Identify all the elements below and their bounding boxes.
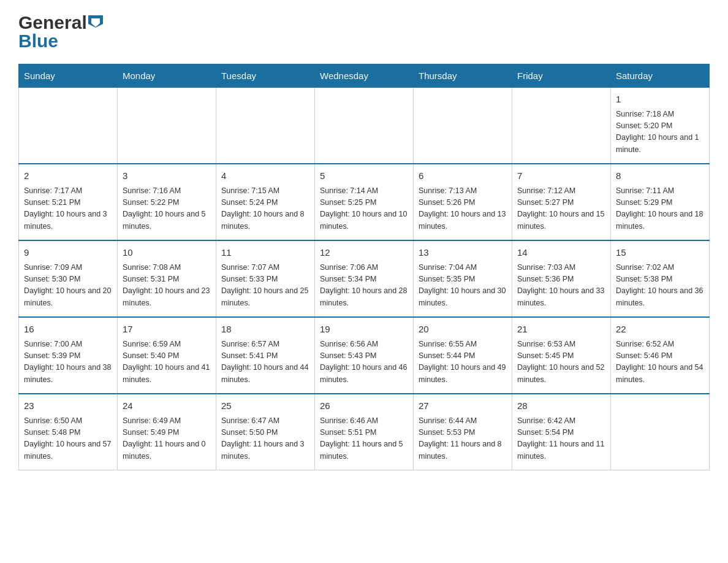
calendar-week-4: 16Sunrise: 7:00 AMSunset: 5:39 PMDayligh… [19, 317, 710, 394]
day-info: Sunrise: 6:57 AMSunset: 5:41 PMDaylight:… [221, 339, 309, 386]
day-info: Sunrise: 6:56 AMSunset: 5:43 PMDaylight:… [320, 339, 408, 386]
calendar-cell: 9Sunrise: 7:09 AMSunset: 5:30 PMDaylight… [19, 240, 118, 317]
calendar-cell: 14Sunrise: 7:03 AMSunset: 5:36 PMDayligh… [512, 240, 611, 317]
day-number: 4 [221, 169, 309, 183]
day-number: 15 [616, 246, 704, 260]
calendar-cell: 21Sunrise: 6:53 AMSunset: 5:45 PMDayligh… [512, 317, 611, 394]
calendar-cell: 10Sunrise: 7:08 AMSunset: 5:31 PMDayligh… [118, 240, 216, 317]
day-header-sunday: Sunday [19, 64, 118, 88]
logo-general-text: General [18, 12, 87, 33]
calendar-cell [216, 88, 315, 164]
day-number: 13 [419, 246, 507, 260]
day-header-tuesday: Tuesday [216, 64, 315, 88]
calendar-cell [512, 88, 611, 164]
calendar-cell: 7Sunrise: 7:12 AMSunset: 5:27 PMDaylight… [512, 164, 611, 240]
calendar-week-3: 9Sunrise: 7:09 AMSunset: 5:30 PMDaylight… [19, 240, 710, 317]
day-number: 7 [517, 169, 605, 183]
calendar-header-row: SundayMondayTuesdayWednesdayThursdayFrid… [19, 64, 710, 88]
calendar-week-1: 1Sunrise: 7:18 AMSunset: 5:20 PMDaylight… [19, 88, 710, 164]
calendar-cell: 17Sunrise: 6:59 AMSunset: 5:40 PMDayligh… [118, 317, 216, 394]
calendar-cell [118, 88, 216, 164]
day-number: 1 [616, 93, 704, 107]
day-info: Sunrise: 7:17 AMSunset: 5:21 PMDaylight:… [24, 185, 112, 233]
day-header-saturday: Saturday [611, 64, 710, 88]
day-info: Sunrise: 6:52 AMSunset: 5:46 PMDaylight:… [616, 339, 704, 386]
calendar-cell [611, 394, 710, 470]
calendar-cell: 4Sunrise: 7:15 AMSunset: 5:24 PMDaylight… [216, 164, 315, 240]
logo: General Blue [18, 12, 103, 52]
day-number: 12 [320, 246, 408, 260]
day-info: Sunrise: 6:55 AMSunset: 5:44 PMDaylight:… [419, 339, 507, 386]
day-info: Sunrise: 7:14 AMSunset: 5:25 PMDaylight:… [320, 185, 408, 233]
day-number: 21 [517, 323, 605, 337]
day-header-wednesday: Wednesday [315, 64, 414, 88]
day-info: Sunrise: 7:00 AMSunset: 5:39 PMDaylight:… [24, 339, 112, 386]
day-info: Sunrise: 7:12 AMSunset: 5:27 PMDaylight:… [517, 185, 605, 233]
day-info: Sunrise: 6:59 AMSunset: 5:40 PMDaylight:… [123, 339, 211, 386]
calendar-cell [315, 88, 414, 164]
calendar-cell [414, 88, 512, 164]
calendar-week-2: 2Sunrise: 7:17 AMSunset: 5:21 PMDaylight… [19, 164, 710, 240]
calendar-cell: 2Sunrise: 7:17 AMSunset: 5:21 PMDaylight… [19, 164, 118, 240]
calendar-table: SundayMondayTuesdayWednesdayThursdayFrid… [18, 64, 710, 470]
day-number: 10 [123, 246, 211, 260]
day-number: 27 [419, 399, 507, 413]
calendar-cell: 8Sunrise: 7:11 AMSunset: 5:29 PMDaylight… [611, 164, 710, 240]
day-info: Sunrise: 7:11 AMSunset: 5:29 PMDaylight:… [616, 185, 704, 233]
calendar-cell: 11Sunrise: 7:07 AMSunset: 5:33 PMDayligh… [216, 240, 315, 317]
day-info: Sunrise: 6:46 AMSunset: 5:51 PMDaylight:… [320, 415, 408, 463]
calendar-cell: 28Sunrise: 6:42 AMSunset: 5:54 PMDayligh… [512, 394, 611, 470]
day-number: 3 [123, 169, 211, 183]
logo-blue-text: Blue [18, 31, 58, 52]
calendar-cell: 15Sunrise: 7:02 AMSunset: 5:38 PMDayligh… [611, 240, 710, 317]
calendar-cell: 18Sunrise: 6:57 AMSunset: 5:41 PMDayligh… [216, 317, 315, 394]
calendar-cell: 16Sunrise: 7:00 AMSunset: 5:39 PMDayligh… [19, 317, 118, 394]
day-info: Sunrise: 7:04 AMSunset: 5:35 PMDaylight:… [419, 262, 507, 310]
day-number: 16 [24, 323, 112, 337]
page-header: General Blue [18, 12, 710, 52]
day-header-thursday: Thursday [414, 64, 512, 88]
day-number: 17 [123, 323, 211, 337]
day-info: Sunrise: 7:13 AMSunset: 5:26 PMDaylight:… [419, 185, 507, 233]
calendar-week-5: 23Sunrise: 6:50 AMSunset: 5:48 PMDayligh… [19, 394, 710, 470]
day-info: Sunrise: 7:08 AMSunset: 5:31 PMDaylight:… [123, 262, 211, 310]
day-info: Sunrise: 7:16 AMSunset: 5:22 PMDaylight:… [123, 185, 211, 233]
day-info: Sunrise: 6:47 AMSunset: 5:50 PMDaylight:… [221, 415, 309, 463]
day-header-friday: Friday [512, 64, 611, 88]
calendar-cell [19, 88, 118, 164]
day-info: Sunrise: 6:53 AMSunset: 5:45 PMDaylight:… [517, 339, 605, 386]
day-number: 9 [24, 246, 112, 260]
day-info: Sunrise: 7:18 AMSunset: 5:20 PMDaylight:… [616, 109, 704, 156]
day-number: 28 [517, 399, 605, 413]
day-number: 22 [616, 323, 704, 337]
calendar-cell: 25Sunrise: 6:47 AMSunset: 5:50 PMDayligh… [216, 394, 315, 470]
day-info: Sunrise: 7:07 AMSunset: 5:33 PMDaylight:… [221, 262, 309, 310]
day-info: Sunrise: 6:44 AMSunset: 5:53 PMDaylight:… [419, 415, 507, 463]
calendar-cell: 27Sunrise: 6:44 AMSunset: 5:53 PMDayligh… [414, 394, 512, 470]
day-info: Sunrise: 6:50 AMSunset: 5:48 PMDaylight:… [24, 415, 112, 463]
calendar-cell: 19Sunrise: 6:56 AMSunset: 5:43 PMDayligh… [315, 317, 414, 394]
day-number: 2 [24, 169, 112, 183]
calendar-cell: 5Sunrise: 7:14 AMSunset: 5:25 PMDaylight… [315, 164, 414, 240]
calendar-cell: 3Sunrise: 7:16 AMSunset: 5:22 PMDaylight… [118, 164, 216, 240]
day-info: Sunrise: 7:02 AMSunset: 5:38 PMDaylight:… [616, 262, 704, 310]
calendar-cell: 12Sunrise: 7:06 AMSunset: 5:34 PMDayligh… [315, 240, 414, 317]
day-header-monday: Monday [118, 64, 216, 88]
day-info: Sunrise: 6:42 AMSunset: 5:54 PMDaylight:… [517, 415, 605, 463]
day-info: Sunrise: 7:15 AMSunset: 5:24 PMDaylight:… [221, 185, 309, 233]
day-number: 14 [517, 246, 605, 260]
day-number: 11 [221, 246, 309, 260]
day-number: 20 [419, 323, 507, 337]
calendar-cell: 26Sunrise: 6:46 AMSunset: 5:51 PMDayligh… [315, 394, 414, 470]
calendar-cell: 13Sunrise: 7:04 AMSunset: 5:35 PMDayligh… [414, 240, 512, 317]
day-number: 18 [221, 323, 309, 337]
day-number: 25 [221, 399, 309, 413]
day-info: Sunrise: 7:06 AMSunset: 5:34 PMDaylight:… [320, 262, 408, 310]
day-info: Sunrise: 7:03 AMSunset: 5:36 PMDaylight:… [517, 262, 605, 310]
calendar-cell: 24Sunrise: 6:49 AMSunset: 5:49 PMDayligh… [118, 394, 216, 470]
calendar-cell: 22Sunrise: 6:52 AMSunset: 5:46 PMDayligh… [611, 317, 710, 394]
calendar-cell: 23Sunrise: 6:50 AMSunset: 5:48 PMDayligh… [19, 394, 118, 470]
calendar-cell: 1Sunrise: 7:18 AMSunset: 5:20 PMDaylight… [611, 88, 710, 164]
day-info: Sunrise: 6:49 AMSunset: 5:49 PMDaylight:… [123, 415, 211, 463]
calendar-cell: 6Sunrise: 7:13 AMSunset: 5:26 PMDaylight… [414, 164, 512, 240]
